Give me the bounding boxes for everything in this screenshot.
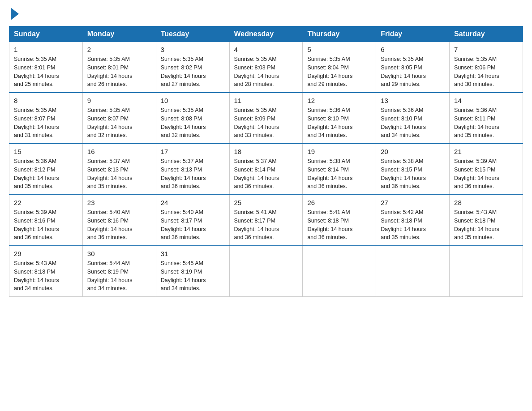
day-number: 28 xyxy=(454,199,518,206)
calendar-day-cell xyxy=(376,246,450,297)
day-number: 17 xyxy=(161,148,225,155)
calendar-header-monday: Monday xyxy=(82,26,156,42)
calendar-day-cell: 29 Sunrise: 5:43 AMSunset: 8:18 PMDaylig… xyxy=(9,246,83,297)
calendar-day-cell: 14 Sunrise: 5:36 AMSunset: 8:11 PMDaylig… xyxy=(450,93,523,144)
day-number: 15 xyxy=(14,148,78,155)
day-number: 16 xyxy=(87,148,151,155)
day-number: 6 xyxy=(381,46,445,53)
day-info: Sunrise: 5:36 AMSunset: 8:10 PMDaylight:… xyxy=(307,107,352,138)
calendar-day-cell: 10 Sunrise: 5:35 AMSunset: 8:08 PMDaylig… xyxy=(156,93,229,144)
day-info: Sunrise: 5:37 AMSunset: 8:13 PMDaylight:… xyxy=(87,158,133,189)
day-number: 27 xyxy=(381,199,445,206)
calendar-day-cell: 28 Sunrise: 5:43 AMSunset: 8:18 PMDaylig… xyxy=(450,195,523,246)
calendar-day-cell: 18 Sunrise: 5:37 AMSunset: 8:14 PMDaylig… xyxy=(229,144,303,195)
calendar-day-cell: 30 Sunrise: 5:44 AMSunset: 8:19 PMDaylig… xyxy=(82,246,156,297)
page-header xyxy=(9,9,523,21)
calendar-day-cell: 8 Sunrise: 5:35 AMSunset: 8:07 PMDayligh… xyxy=(9,93,83,144)
calendar-body: 1 Sunrise: 5:35 AMSunset: 8:01 PMDayligh… xyxy=(9,42,523,297)
calendar-table: SundayMondayTuesdayWednesdayThursdayFrid… xyxy=(9,26,523,297)
calendar-day-cell: 13 Sunrise: 5:36 AMSunset: 8:10 PMDaylig… xyxy=(376,93,450,144)
logo-arrow-icon xyxy=(11,8,19,20)
calendar-week-row: 15 Sunrise: 5:36 AMSunset: 8:12 PMDaylig… xyxy=(9,144,523,195)
calendar-header-wednesday: Wednesday xyxy=(229,26,303,42)
day-info: Sunrise: 5:35 AMSunset: 8:07 PMDaylight:… xyxy=(14,107,59,138)
day-number: 30 xyxy=(87,250,151,257)
day-info: Sunrise: 5:35 AMSunset: 8:02 PMDaylight:… xyxy=(161,56,206,87)
calendar-day-cell: 26 Sunrise: 5:41 AMSunset: 8:18 PMDaylig… xyxy=(303,195,376,246)
calendar-week-row: 29 Sunrise: 5:43 AMSunset: 8:18 PMDaylig… xyxy=(9,246,523,297)
calendar-header-friday: Friday xyxy=(376,26,450,42)
logo xyxy=(9,9,19,21)
calendar-day-cell xyxy=(303,246,376,297)
calendar-day-cell: 19 Sunrise: 5:38 AMSunset: 8:14 PMDaylig… xyxy=(303,144,376,195)
day-info: Sunrise: 5:40 AMSunset: 8:16 PMDaylight:… xyxy=(87,209,133,240)
calendar-header-row: SundayMondayTuesdayWednesdayThursdayFrid… xyxy=(9,26,523,42)
calendar-day-cell: 1 Sunrise: 5:35 AMSunset: 8:01 PMDayligh… xyxy=(9,42,83,93)
day-number: 31 xyxy=(161,250,225,257)
calendar-day-cell: 17 Sunrise: 5:37 AMSunset: 8:13 PMDaylig… xyxy=(156,144,229,195)
day-number: 7 xyxy=(454,46,518,53)
day-info: Sunrise: 5:35 AMSunset: 8:01 PMDaylight:… xyxy=(87,56,133,87)
day-number: 2 xyxy=(87,46,151,53)
day-info: Sunrise: 5:35 AMSunset: 8:06 PMDaylight:… xyxy=(454,56,499,87)
day-info: Sunrise: 5:36 AMSunset: 8:12 PMDaylight:… xyxy=(14,158,59,189)
day-info: Sunrise: 5:38 AMSunset: 8:15 PMDaylight:… xyxy=(381,158,426,189)
day-info: Sunrise: 5:39 AMSunset: 8:15 PMDaylight:… xyxy=(454,158,499,189)
day-number: 10 xyxy=(161,97,225,104)
day-info: Sunrise: 5:43 AMSunset: 8:18 PMDaylight:… xyxy=(14,260,59,291)
calendar-header-sunday: Sunday xyxy=(9,26,83,42)
calendar-day-cell: 7 Sunrise: 5:35 AMSunset: 8:06 PMDayligh… xyxy=(450,42,523,93)
calendar-day-cell: 23 Sunrise: 5:40 AMSunset: 8:16 PMDaylig… xyxy=(82,195,156,246)
calendar-header-thursday: Thursday xyxy=(303,26,376,42)
calendar-day-cell: 3 Sunrise: 5:35 AMSunset: 8:02 PMDayligh… xyxy=(156,42,229,93)
day-info: Sunrise: 5:35 AMSunset: 8:01 PMDaylight:… xyxy=(14,56,59,87)
day-info: Sunrise: 5:45 AMSunset: 8:19 PMDaylight:… xyxy=(161,260,206,291)
day-number: 29 xyxy=(14,250,78,257)
calendar-day-cell: 16 Sunrise: 5:37 AMSunset: 8:13 PMDaylig… xyxy=(82,144,156,195)
calendar-day-cell: 5 Sunrise: 5:35 AMSunset: 8:04 PMDayligh… xyxy=(303,42,376,93)
day-number: 22 xyxy=(14,199,78,206)
calendar-day-cell: 11 Sunrise: 5:35 AMSunset: 8:09 PMDaylig… xyxy=(229,93,303,144)
calendar-header-tuesday: Tuesday xyxy=(156,26,229,42)
day-info: Sunrise: 5:36 AMSunset: 8:11 PMDaylight:… xyxy=(454,107,499,138)
calendar-day-cell: 22 Sunrise: 5:39 AMSunset: 8:16 PMDaylig… xyxy=(9,195,83,246)
calendar-day-cell: 31 Sunrise: 5:45 AMSunset: 8:19 PMDaylig… xyxy=(156,246,229,297)
calendar-day-cell: 12 Sunrise: 5:36 AMSunset: 8:10 PMDaylig… xyxy=(303,93,376,144)
calendar-day-cell: 9 Sunrise: 5:35 AMSunset: 8:07 PMDayligh… xyxy=(82,93,156,144)
day-number: 20 xyxy=(381,148,445,155)
day-number: 23 xyxy=(87,199,151,206)
day-info: Sunrise: 5:42 AMSunset: 8:18 PMDaylight:… xyxy=(381,209,426,240)
day-number: 1 xyxy=(14,46,78,53)
day-info: Sunrise: 5:35 AMSunset: 8:05 PMDaylight:… xyxy=(381,56,426,87)
day-number: 9 xyxy=(87,97,151,104)
day-number: 11 xyxy=(234,97,298,104)
calendar-day-cell: 24 Sunrise: 5:40 AMSunset: 8:17 PMDaylig… xyxy=(156,195,229,246)
calendar-day-cell xyxy=(450,246,523,297)
day-number: 21 xyxy=(454,148,518,155)
day-info: Sunrise: 5:36 AMSunset: 8:10 PMDaylight:… xyxy=(381,107,426,138)
calendar-day-cell: 15 Sunrise: 5:36 AMSunset: 8:12 PMDaylig… xyxy=(9,144,83,195)
day-number: 26 xyxy=(307,199,371,206)
day-info: Sunrise: 5:41 AMSunset: 8:17 PMDaylight:… xyxy=(234,209,279,240)
day-info: Sunrise: 5:39 AMSunset: 8:16 PMDaylight:… xyxy=(14,209,59,240)
day-info: Sunrise: 5:38 AMSunset: 8:14 PMDaylight:… xyxy=(307,158,352,189)
calendar-day-cell: 2 Sunrise: 5:35 AMSunset: 8:01 PMDayligh… xyxy=(82,42,156,93)
day-number: 3 xyxy=(161,46,225,53)
calendar-day-cell: 21 Sunrise: 5:39 AMSunset: 8:15 PMDaylig… xyxy=(450,144,523,195)
day-number: 5 xyxy=(307,46,371,53)
calendar-week-row: 22 Sunrise: 5:39 AMSunset: 8:16 PMDaylig… xyxy=(9,195,523,246)
day-number: 18 xyxy=(234,148,298,155)
day-number: 24 xyxy=(161,199,225,206)
calendar-day-cell: 20 Sunrise: 5:38 AMSunset: 8:15 PMDaylig… xyxy=(376,144,450,195)
calendar-day-cell: 6 Sunrise: 5:35 AMSunset: 8:05 PMDayligh… xyxy=(376,42,450,93)
day-info: Sunrise: 5:41 AMSunset: 8:18 PMDaylight:… xyxy=(307,209,352,240)
day-info: Sunrise: 5:37 AMSunset: 8:13 PMDaylight:… xyxy=(161,158,206,189)
day-info: Sunrise: 5:44 AMSunset: 8:19 PMDaylight:… xyxy=(87,260,133,291)
day-info: Sunrise: 5:43 AMSunset: 8:18 PMDaylight:… xyxy=(454,209,499,240)
day-info: Sunrise: 5:35 AMSunset: 8:07 PMDaylight:… xyxy=(87,107,133,138)
calendar-day-cell: 27 Sunrise: 5:42 AMSunset: 8:18 PMDaylig… xyxy=(376,195,450,246)
calendar-week-row: 8 Sunrise: 5:35 AMSunset: 8:07 PMDayligh… xyxy=(9,93,523,144)
day-info: Sunrise: 5:37 AMSunset: 8:14 PMDaylight:… xyxy=(234,158,279,189)
day-number: 12 xyxy=(307,97,371,104)
day-number: 4 xyxy=(234,46,298,53)
